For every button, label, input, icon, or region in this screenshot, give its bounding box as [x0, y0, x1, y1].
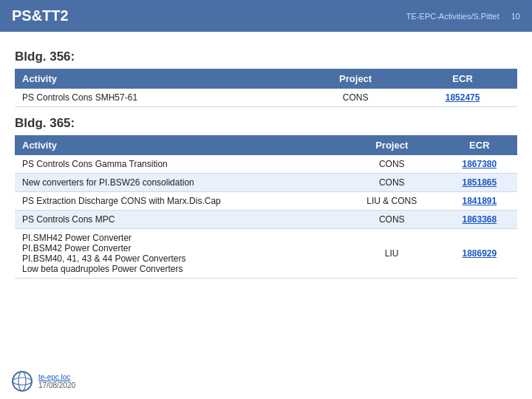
- page-number: 10: [511, 12, 520, 21]
- activity-cell: New converters for PI.BSW26 consolidatio…: [15, 174, 342, 192]
- ecr-cell[interactable]: 1851865: [442, 174, 517, 192]
- ecr-cell[interactable]: 1867380: [442, 155, 517, 174]
- section-bldg365-title: Bldg. 365:: [15, 116, 517, 131]
- table-row: New converters for PI.BSW26 consolidatio…: [15, 174, 517, 192]
- table-header-row: Activity Project ECR: [15, 69, 517, 89]
- table-row: PI.SMH42 Power Converter PI.BSM42 Power …: [15, 229, 517, 279]
- col-ecr-header: ECR: [442, 135, 517, 155]
- table-row: PS Controls Cons SMH57-61 CONS 1852475: [15, 89, 517, 107]
- footer-link[interactable]: te-epc.loc: [38, 373, 70, 381]
- activity-cell: PI.SMH42 Power Converter PI.BSM42 Power …: [15, 229, 342, 279]
- ecr-cell[interactable]: 1863368: [442, 211, 517, 229]
- project-cell: LIU & CONS: [342, 192, 442, 211]
- ecr-cell[interactable]: 1886929: [442, 229, 517, 279]
- table-header-row: Activity Project ECR: [15, 135, 517, 155]
- activity-cell: PS Controls Cons MPC: [15, 211, 342, 229]
- project-cell: LIU: [342, 229, 442, 279]
- footer: te-epc.loc 17/08/2020: [12, 371, 75, 392]
- col-ecr-header: ECR: [408, 69, 517, 89]
- activity-cell: PS Controls Cons SMH57-61: [15, 89, 303, 107]
- project-cell: CONS: [342, 155, 442, 174]
- project-cell: CONS: [303, 89, 408, 107]
- header-subtitle: TE-EPC-Activities/S.Pittet: [406, 12, 499, 21]
- ecr-cell[interactable]: 1852475: [408, 89, 517, 107]
- col-project-header: Project: [342, 135, 442, 155]
- activity-cell: PS Controls Cons Gamma Transition: [15, 155, 342, 174]
- svg-point-0: [13, 372, 32, 391]
- section-bldg356-title: Bldg. 356:: [15, 50, 517, 64]
- footer-date: 17/08/2020: [38, 381, 75, 389]
- col-project-header: Project: [303, 69, 408, 89]
- header: PS&TT2 TE-EPC-Activities/S.Pittet 10: [0, 0, 532, 32]
- activity-cell: PS Extraction Discharge CONS with Marx.D…: [15, 192, 342, 211]
- footer-info: te-epc.loc 17/08/2020: [38, 373, 75, 389]
- footer-logo-icon: [12, 371, 33, 392]
- svg-point-2: [18, 372, 26, 391]
- table-row: PS Controls Cons MPC CONS 1863368: [15, 211, 517, 229]
- project-cell: CONS: [342, 174, 442, 192]
- svg-point-1: [13, 378, 32, 385]
- project-cell: CONS: [342, 211, 442, 229]
- main-content: Bldg. 356: Activity Project ECR PS Contr…: [0, 32, 532, 298]
- page-title: PS&TT2: [12, 7, 69, 24]
- col-activity-header: Activity: [15, 135, 342, 155]
- table-row: PS Controls Cons Gamma Transition CONS 1…: [15, 155, 517, 174]
- col-activity-header: Activity: [15, 69, 303, 89]
- table-bldg356: Activity Project ECR PS Controls Cons SM…: [15, 69, 517, 107]
- ecr-cell[interactable]: 1841891: [442, 192, 517, 211]
- table-bldg365: Activity Project ECR PS Controls Cons Ga…: [15, 135, 517, 279]
- table-row: PS Extraction Discharge CONS with Marx.D…: [15, 192, 517, 211]
